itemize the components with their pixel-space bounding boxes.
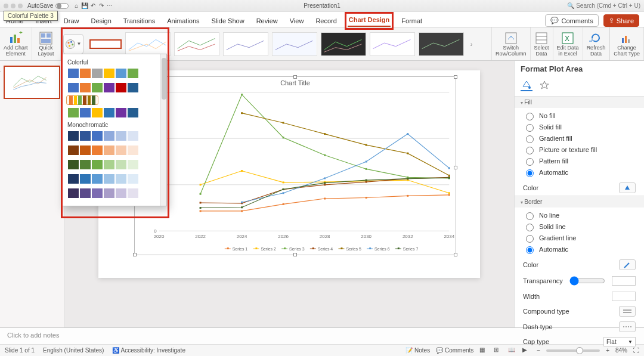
share-button[interactable]: ⇪ Share <box>603 14 639 27</box>
border-option[interactable]: Automatic <box>523 244 636 254</box>
sorter-view-icon[interactable]: ⊞ <box>494 346 502 355</box>
cap-type-select[interactable]: Flat▼ <box>603 337 636 346</box>
effects-tab-icon[interactable] <box>538 79 550 91</box>
radio-input[interactable] <box>526 147 534 154</box>
select-data-button[interactable]: Select Data <box>531 27 553 60</box>
color-swatch <box>88 95 91 105</box>
resize-handle[interactable] <box>293 253 297 256</box>
width-spinner[interactable] <box>612 292 636 301</box>
tab-transitions[interactable]: Transitions <box>122 15 156 27</box>
chart-style-option[interactable] <box>89 39 122 49</box>
resize-handle[interactable] <box>454 75 457 79</box>
tab-view[interactable]: View <box>289 15 305 27</box>
more-icon[interactable]: ⋯ <box>106 2 114 10</box>
resize-handle[interactable] <box>293 75 297 79</box>
border-option[interactable]: No line <box>523 210 636 220</box>
chart-style-option[interactable] <box>174 32 219 56</box>
radio-input[interactable] <box>526 235 534 243</box>
comments-toggle[interactable]: 💬 Comments <box>436 347 473 354</box>
edit-excel-button[interactable]: XEdit Data in Excel <box>553 27 583 60</box>
palette-row[interactable] <box>66 158 157 171</box>
accessibility-status[interactable]: ♿ Accessibility: Investigate <box>112 347 185 354</box>
refresh-data-button[interactable]: Refresh Data <box>583 27 610 60</box>
palette-row[interactable] <box>66 95 98 105</box>
fill-color-well[interactable] <box>619 182 636 193</box>
resize-handle[interactable] <box>454 166 457 169</box>
tab-animations[interactable]: Animations <box>166 15 200 27</box>
search-field[interactable]: 🔍 Search (Cmd + Ctrl + U) <box>567 2 640 9</box>
save-icon[interactable]: 💾 <box>80 2 89 10</box>
fill-option[interactable]: Gradient fill <box>523 134 636 143</box>
slide-thumbnail[interactable]: 1 <box>4 66 60 99</box>
gallery-next-button[interactable]: › <box>467 41 476 48</box>
tab-chart-design[interactable]: Chart Design <box>348 14 391 27</box>
tab-format[interactable]: Format <box>400 15 423 27</box>
color-palette-dropdown[interactable]: Colorful Monochromatic <box>62 54 167 206</box>
chart-selection-frame[interactable]: Chart Title01000200030002020202220242026… <box>134 76 456 255</box>
fill-option[interactable]: Automatic <box>523 168 636 177</box>
chart-style-option[interactable] <box>125 32 171 56</box>
fill-option[interactable]: No fill <box>523 111 636 120</box>
autosave-toggle[interactable]: AutoSave <box>27 2 69 9</box>
radio-input[interactable] <box>526 158 534 166</box>
fill-line-tab-icon[interactable] <box>521 79 532 91</box>
palette-row[interactable] <box>66 67 157 80</box>
palette-row[interactable] <box>66 81 157 94</box>
radio-input[interactable] <box>526 135 534 143</box>
tab-slide-show[interactable]: Slide Show <box>210 15 246 27</box>
switch-row-column-button[interactable]: Switch Row/Column <box>492 27 531 60</box>
change-colors-button[interactable]: ▼ <box>63 34 83 54</box>
toggle-switch-icon[interactable] <box>55 3 69 9</box>
resize-handle[interactable] <box>454 253 457 256</box>
border-option[interactable]: Gradient line <box>523 233 636 243</box>
border-color-well[interactable] <box>619 259 636 270</box>
resize-handle[interactable] <box>133 253 137 256</box>
tab-draw[interactable]: Draw <box>63 15 80 27</box>
radio-input[interactable] <box>526 224 534 231</box>
change-chart-type-button[interactable]: Change Chart Type <box>609 27 644 60</box>
fill-option[interactable]: Picture or texture fill <box>523 145 636 154</box>
home-icon[interactable]: ⌂ <box>72 2 80 10</box>
palette-row[interactable] <box>66 187 157 200</box>
radio-input[interactable] <box>526 169 534 177</box>
scrollbar[interactable] <box>160 54 166 206</box>
tab-design[interactable]: Design <box>90 15 113 27</box>
transparency-spinner[interactable] <box>612 276 636 286</box>
tab-record[interactable]: Record <box>314 15 338 27</box>
slide-thumbnail-panel: 1 <box>0 61 64 327</box>
chart-style-option[interactable] <box>370 32 415 56</box>
language-status[interactable]: English (United States) <box>43 347 104 354</box>
add-chart-element-button[interactable]: + Add Chart Element <box>0 27 32 60</box>
tab-review[interactable]: Review <box>255 15 279 27</box>
notes-toggle[interactable]: 📝 Notes <box>405 347 430 354</box>
chart-style-option[interactable] <box>321 32 366 56</box>
fill-section-header[interactable]: Fill <box>515 97 644 108</box>
palette-row[interactable] <box>66 172 157 185</box>
dash-type-select[interactable] <box>619 321 636 332</box>
chart-plot[interactable]: Chart Title01000200030002020202220242026… <box>135 77 456 255</box>
radio-input[interactable] <box>526 246 534 254</box>
zoom-slider[interactable] <box>546 349 600 352</box>
compound-type-select[interactable] <box>619 306 636 317</box>
border-option[interactable]: Solid line <box>523 222 636 231</box>
fill-option[interactable]: Solid fill <box>523 122 636 132</box>
chart-style-option[interactable] <box>223 32 268 56</box>
undo-icon[interactable]: ↶ <box>89 2 97 10</box>
window-controls[interactable] <box>4 4 23 8</box>
radio-input[interactable] <box>526 124 534 132</box>
transparency-slider[interactable] <box>569 276 605 286</box>
radio-input[interactable] <box>526 113 534 120</box>
fill-option[interactable]: Pattern fill <box>523 156 636 166</box>
normal-view-icon[interactable]: ▦ <box>479 346 488 355</box>
quick-layout-button[interactable]: Quick Layout <box>32 27 61 60</box>
svg-rect-47 <box>200 184 202 185</box>
chart-style-option[interactable] <box>272 32 317 56</box>
comments-button[interactable]: 💬 Comments <box>545 14 598 27</box>
redo-icon[interactable]: ↷ <box>97 2 106 10</box>
chart-style-option[interactable] <box>419 32 464 56</box>
border-section-header[interactable]: Border <box>515 196 644 208</box>
palette-row[interactable] <box>66 106 157 119</box>
radio-input[interactable] <box>526 212 534 220</box>
palette-row[interactable] <box>66 144 157 157</box>
palette-row[interactable] <box>66 129 157 143</box>
